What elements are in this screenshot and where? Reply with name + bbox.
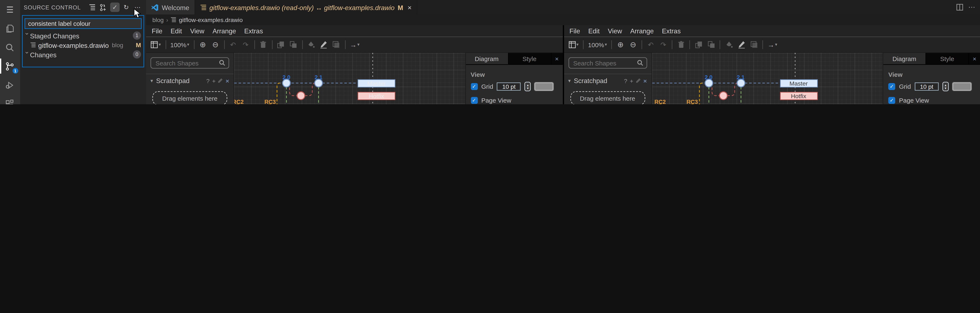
tab-style[interactable]: Style bbox=[926, 53, 969, 64]
scratchpad-help-icon[interactable]: ? bbox=[206, 77, 210, 84]
to-front-icon[interactable] bbox=[277, 40, 285, 50]
shape-search[interactable] bbox=[151, 57, 229, 68]
delete-icon[interactable] bbox=[677, 40, 685, 50]
tab-style[interactable]: Style bbox=[509, 53, 551, 64]
scratchpad-dropzone[interactable]: Drag elements here bbox=[152, 91, 227, 104]
staged-file-row[interactable]: gitflow-examples.drawio blog M bbox=[20, 40, 146, 50]
menu-file[interactable]: File bbox=[152, 27, 162, 35]
close-tab-icon[interactable]: × bbox=[407, 3, 412, 11]
scratchpad-section[interactable]: ▾ Scratchpad ? + × bbox=[146, 74, 234, 87]
to-front-icon[interactable] bbox=[694, 40, 703, 50]
menu-edit[interactable]: Edit bbox=[170, 27, 182, 35]
grid-size-input[interactable]: 10 pt bbox=[497, 83, 521, 91]
scratchpad-dropzone[interactable]: Drag elements here bbox=[570, 91, 645, 104]
page-view-checkbox[interactable]: ✓ bbox=[888, 97, 895, 104]
scratchpad-help-icon[interactable]: ? bbox=[624, 77, 627, 84]
search-icon[interactable] bbox=[0, 38, 20, 57]
commit-button[interactable]: ✓ bbox=[110, 3, 119, 12]
tab-diagram[interactable]: Diagram bbox=[883, 53, 926, 64]
scratchpad-close-icon[interactable]: × bbox=[643, 77, 647, 84]
undo-icon[interactable]: ↶ bbox=[646, 40, 655, 50]
scratchpad-add-icon[interactable]: + bbox=[212, 77, 216, 84]
branch-label-master[interactable]: Master bbox=[780, 79, 818, 87]
zoom-level-dropdown[interactable]: 100%▾ bbox=[170, 40, 189, 50]
scratchpad-close-icon[interactable]: × bbox=[226, 77, 229, 84]
zoom-level-dropdown[interactable]: 100%▾ bbox=[588, 40, 607, 50]
shape-search[interactable] bbox=[568, 57, 647, 68]
menu-arrange[interactable]: Arrange bbox=[630, 27, 654, 35]
menu-edit[interactable]: Edit bbox=[588, 27, 600, 35]
redo-icon[interactable]: ↷ bbox=[242, 40, 250, 50]
branch-label-hotfix[interactable]: Hotfix bbox=[358, 92, 395, 100]
menu-icon[interactable]: ☰ bbox=[0, 0, 20, 19]
branch-label-release[interactable]: Release bbox=[358, 104, 395, 105]
zoom-out-icon[interactable]: ⊖ bbox=[211, 40, 220, 50]
scratchpad-add-icon[interactable]: + bbox=[630, 77, 633, 84]
menu-view[interactable]: View bbox=[608, 27, 622, 35]
scratchpad-section[interactable]: ▾ Scratchpad ? + × bbox=[564, 74, 651, 87]
breadcrumb[interactable]: blog › gitflow-examples.drawio bbox=[146, 15, 980, 25]
format-close-icon[interactable]: × bbox=[551, 53, 563, 64]
page-view-checkbox[interactable]: ✓ bbox=[471, 97, 477, 104]
zoom-out-icon[interactable]: ⊖ bbox=[629, 40, 637, 50]
shadow-icon[interactable] bbox=[332, 40, 340, 50]
line-color-icon[interactable] bbox=[320, 40, 328, 50]
connection-style-icon[interactable]: →▾ bbox=[767, 40, 777, 50]
shape-search-input[interactable] bbox=[154, 59, 219, 67]
menu-extras[interactable]: Extras bbox=[244, 27, 263, 35]
page-view-icon[interactable]: ▾ bbox=[568, 40, 579, 50]
diagram-canvas[interactable]: RC2 RC3 2.0 2.1 Master Hotfix Release Re… bbox=[234, 53, 465, 104]
undo-icon[interactable]: ↶ bbox=[229, 40, 237, 50]
menu-extras[interactable]: Extras bbox=[662, 27, 681, 35]
run-debug-icon[interactable] bbox=[0, 76, 20, 94]
drawio-toolbar: ▾ 100%▾ ⊕ ⊖ ↶ ↷ →▾ bbox=[564, 37, 980, 53]
view-heading: View bbox=[888, 71, 975, 78]
tag-rc3: RC3 bbox=[684, 99, 700, 104]
zoom-in-icon[interactable]: ⊕ bbox=[199, 40, 207, 50]
commit-graph-icon[interactable] bbox=[99, 3, 108, 12]
scratchpad-edit-icon[interactable] bbox=[218, 78, 223, 83]
branch-label-hotfix[interactable]: Hotfix bbox=[780, 92, 818, 100]
menu-file[interactable]: File bbox=[570, 27, 580, 35]
branch-label-release[interactable]: Release bbox=[780, 104, 818, 105]
view-as-list-icon[interactable] bbox=[88, 3, 97, 12]
menu-arrange[interactable]: Arrange bbox=[213, 27, 236, 35]
scratchpad-edit-icon[interactable] bbox=[636, 78, 641, 83]
line-color-icon[interactable] bbox=[737, 40, 745, 50]
tab-welcome[interactable]: Welcome bbox=[146, 0, 195, 15]
fill-color-icon[interactable] bbox=[725, 40, 733, 50]
grid-color-swatch[interactable] bbox=[953, 83, 971, 91]
changes-row[interactable]: › Changes 0 bbox=[20, 50, 146, 59]
grid-checkbox[interactable]: ✓ bbox=[471, 83, 477, 90]
menu-view[interactable]: View bbox=[190, 27, 204, 35]
to-back-icon[interactable] bbox=[707, 40, 715, 50]
split-editor-icon[interactable] bbox=[956, 4, 963, 11]
delete-icon[interactable] bbox=[259, 40, 267, 50]
grid-size-stepper[interactable]: ▲▼ bbox=[525, 82, 531, 91]
connection-style-icon[interactable]: →▾ bbox=[350, 40, 360, 50]
fill-color-icon[interactable] bbox=[307, 40, 315, 50]
extensions-icon[interactable] bbox=[0, 94, 20, 104]
redo-icon[interactable]: ↷ bbox=[659, 40, 667, 50]
to-back-icon[interactable] bbox=[290, 40, 298, 50]
editor-more-actions-icon[interactable]: ⋯ bbox=[968, 3, 975, 11]
branch-label-master[interactable]: Master bbox=[358, 79, 395, 87]
commit-message-input[interactable] bbox=[24, 18, 142, 29]
grid-checkbox[interactable]: ✓ bbox=[888, 83, 895, 90]
refresh-icon[interactable]: ↻ bbox=[121, 3, 131, 12]
shape-search-input[interactable] bbox=[572, 59, 637, 67]
format-close-icon[interactable]: × bbox=[969, 53, 980, 64]
tab-diff-gitflow-examples[interactable]: gitflow-examples.drawio (read-only) ↔ gi… bbox=[195, 0, 417, 15]
diagram-canvas[interactable]: RC2 RC3 2.0 2.1 Master Hotfix Release Re… bbox=[652, 53, 883, 104]
explorer-icon[interactable] bbox=[0, 19, 20, 38]
staged-changes-row[interactable]: › Staged Changes 1 bbox=[20, 31, 146, 40]
tab-diagram[interactable]: Diagram bbox=[466, 53, 509, 64]
page-view-icon[interactable]: ▾ bbox=[151, 40, 161, 50]
tag-rc3: RC3 bbox=[262, 99, 278, 104]
grid-size-stepper[interactable]: ▲▼ bbox=[942, 82, 949, 91]
grid-size-input[interactable]: 10 pt bbox=[915, 83, 939, 91]
source-control-icon[interactable]: 1 bbox=[0, 57, 20, 76]
zoom-in-icon[interactable]: ⊕ bbox=[616, 40, 625, 50]
grid-color-swatch[interactable] bbox=[535, 83, 554, 91]
shadow-icon[interactable] bbox=[750, 40, 758, 50]
